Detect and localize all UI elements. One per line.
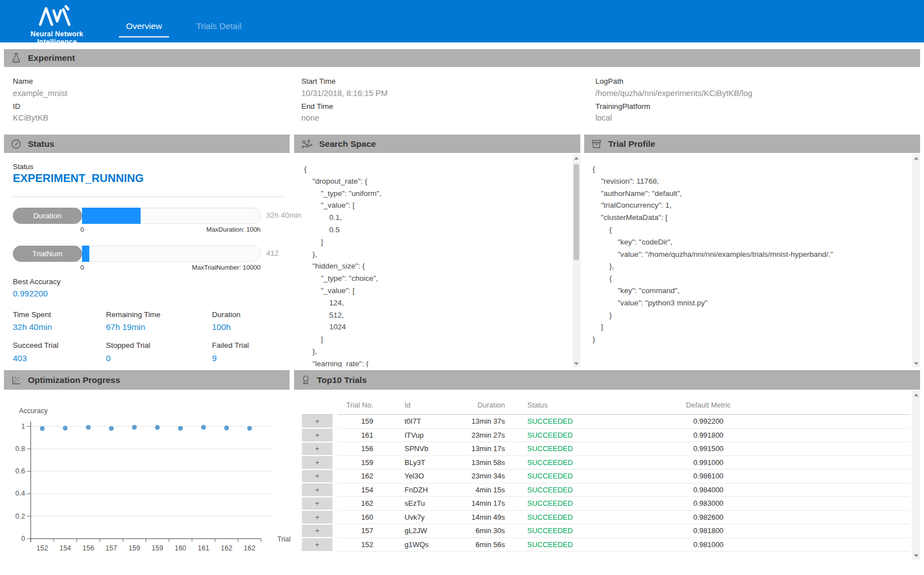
top-nav: Neural Network Intelligence Overview Tri… (0, 0, 924, 42)
tab-overview[interactable]: Overview (119, 21, 169, 37)
trial-no-cell: 152 (335, 538, 386, 552)
trial-id-cell: FnDZH (386, 483, 450, 497)
scatter-point[interactable] (201, 425, 206, 430)
scroll-up-button[interactable] (572, 154, 580, 162)
trial-duration-cell: 23min 34s (450, 469, 508, 483)
col-header-status: Status (508, 395, 584, 415)
experiment-section-header: Experiment (4, 49, 920, 67)
search-space-section-title: Search Space (319, 139, 376, 149)
json-line: 512, (304, 309, 566, 322)
tab-trials-detail[interactable]: Trials Detail (190, 21, 248, 31)
expand-trial-button[interactable]: + (302, 442, 335, 456)
trial-row: +152g1WQs6min 56sSUCCEEDED0.981000 (302, 538, 909, 552)
expand-trial-button[interactable]: + (302, 428, 335, 442)
stopped-trial-label: Stopped Trial (106, 341, 151, 349)
json-line: "clusterMetaData": [ (593, 212, 908, 224)
scatter-point[interactable] (155, 425, 160, 430)
json-line: ] (304, 236, 566, 248)
top10-scrollbar[interactable] (912, 391, 920, 559)
scatter-point[interactable] (132, 425, 137, 430)
y-tick-label: 0.8 (16, 445, 25, 453)
logpath-label: LogPath (595, 77, 623, 85)
remaining-time-value: 67h 19min (106, 322, 145, 332)
trialnum-count-value: 412 (266, 249, 279, 257)
trial-profile-scrollbar[interactable] (912, 154, 920, 367)
status-label: Status (13, 162, 33, 171)
start-time-label: Start Time (301, 77, 336, 85)
trial-id-cell: Uvk7y (386, 510, 450, 524)
status-section-title: Status (28, 139, 54, 149)
scroll-down-button[interactable] (912, 360, 920, 367)
search-space-icon (301, 138, 313, 150)
training-platform-label: TrainingPlatform (595, 102, 651, 111)
scrollbar-thumb[interactable] (574, 164, 579, 260)
failed-trial-label: Failed Trial (212, 341, 249, 349)
expand-trial-button[interactable]: + (302, 456, 335, 469)
training-platform-value: local (595, 113, 612, 122)
trial-no-cell: 162 (335, 469, 386, 483)
x-tick-label: 154 (59, 544, 71, 552)
expand-trial-button[interactable]: + (302, 538, 335, 552)
trial-metric-cell: 0.981800 (584, 524, 909, 538)
trial-no-cell: 162 (335, 497, 386, 511)
trial-status-cell: SUCCEEDED (508, 483, 584, 497)
trial-row: +157gL2JW6min 30sSUCCEEDED0.981800 (302, 524, 909, 538)
stopped-trial-value: 0 (106, 353, 110, 363)
trial-row: +162sEzTu14min 17sSUCCEEDED0.983000 (302, 497, 909, 511)
experiment-section-title: Experiment (28, 53, 75, 63)
expand-trial-button[interactable]: + (302, 524, 335, 538)
scatter-point[interactable] (63, 426, 68, 431)
scatter-point[interactable] (224, 425, 229, 430)
scatter-point[interactable] (178, 426, 183, 431)
expand-trial-button[interactable]: + (302, 469, 335, 483)
scatter-point[interactable] (40, 426, 45, 431)
search-space-scrollbar[interactable] (572, 154, 580, 367)
scroll-down-button[interactable] (912, 552, 920, 559)
duration-progress-bar: Duration (13, 208, 261, 224)
search-space-json: { "dropout_rate": { "_type": "uniform", … (304, 163, 566, 367)
top10-section-header: Top10 Trials (294, 370, 920, 390)
json-line: 1024 (304, 321, 566, 333)
expand-trial-button[interactable]: + (302, 497, 335, 511)
y-tick-label: 0 (21, 535, 25, 543)
top10-section-title: Top10 Trials (317, 375, 367, 385)
scatter-point[interactable] (109, 426, 114, 431)
trial-status-cell: SUCCEEDED (508, 497, 584, 511)
trial-no-cell: 161 (335, 428, 386, 442)
trial-status-cell: SUCCEEDED (508, 524, 584, 538)
expand-trial-button[interactable]: + (302, 483, 335, 497)
expand-trial-button[interactable]: + (302, 510, 335, 524)
time-spent-label: Time Spent (13, 310, 51, 319)
x-tick-label: 152 (36, 544, 48, 552)
json-line: "revision": 11768, (593, 175, 908, 188)
y-tick-label: 1 (21, 423, 25, 430)
trial-metric-cell: 0.992200 (584, 415, 909, 429)
experiment-id-value: KCiBytKB (13, 113, 49, 122)
trial-metric-cell: 0.982600 (584, 510, 909, 524)
trial-duration-cell: 13min 37s (450, 415, 508, 429)
scroll-up-button[interactable] (912, 154, 920, 162)
experiment-name-label: Name (13, 77, 33, 85)
scatter-point[interactable] (247, 426, 252, 431)
best-accuracy-label: Best Accuracy (13, 277, 61, 286)
json-line: "_value": [ (304, 285, 566, 297)
expand-trial-button[interactable]: + (302, 415, 335, 429)
json-line: } (593, 333, 908, 346)
scroll-down-button[interactable] (572, 360, 580, 367)
trial-metric-cell: 0.991800 (584, 428, 909, 442)
json-line: }, (304, 346, 566, 358)
json-line: "_type": "uniform", (304, 188, 566, 200)
scroll-up-button[interactable] (912, 391, 920, 399)
json-line: "authorName": "default", (593, 188, 908, 200)
json-line: { (593, 272, 908, 285)
duration-stat-value: 100h (212, 322, 230, 332)
trial-duration-cell: 23min 27s (450, 428, 508, 442)
trial-no-cell: 154 (335, 483, 386, 497)
col-header-id: Id (386, 395, 450, 415)
trial-no-cell: 157 (335, 524, 386, 538)
medal-icon (301, 375, 311, 386)
trial-duration-cell: 13min 58s (450, 456, 508, 469)
time-spent-value: 32h 40min (13, 322, 52, 332)
trial-id-cell: t0I7T (386, 415, 450, 429)
scatter-point[interactable] (86, 425, 91, 430)
